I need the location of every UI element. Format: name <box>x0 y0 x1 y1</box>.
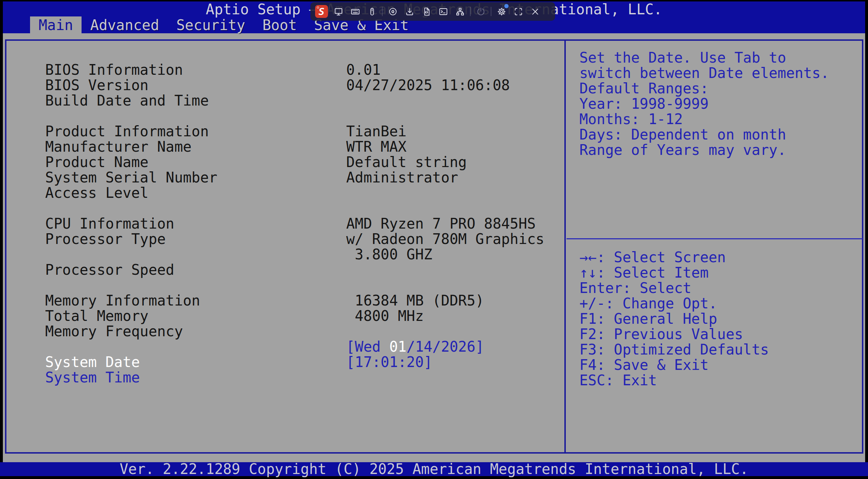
info-row-access-level: Access Level Administrator <box>28 170 557 185</box>
legend-f4-save-exit: F4: Save & Exit <box>579 357 862 373</box>
virtual-media-button[interactable] <box>386 5 399 18</box>
system-date-item[interactable]: System Date [Wed 01/14/2026] <box>28 339 557 355</box>
info-row-bios-version: BIOS Version 0.01 <box>28 62 557 78</box>
info-row-processor-type-cont: w/ Radeon 780M Graphics <box>28 231 557 247</box>
kvm-logo[interactable]: S <box>315 5 328 18</box>
help-text-line: Set the Date. Use Tab to <box>579 50 862 65</box>
legend-esc-exit: ESC: Exit <box>579 373 862 388</box>
terminal-button[interactable] <box>436 5 450 18</box>
info-row-serial-number: System Serial Number Default string <box>28 155 557 170</box>
info-row-processor-type: Processor Type AMD Ryzen 7 PRO 8845HS <box>28 216 557 231</box>
help-text-line: Range of Years may vary. <box>579 142 862 158</box>
legend-select-item: ↑↓: Select Item <box>579 265 862 280</box>
help-text-line: Months: 1-12 <box>579 112 862 127</box>
section-title-memory: Memory Information <box>28 278 557 293</box>
legend-select-screen: →←: Select Screen <box>579 250 862 265</box>
power-button[interactable] <box>474 5 487 18</box>
info-row-build-date: Build Date and Time 04/27/2025 11:06:08 <box>28 78 557 93</box>
date-month-field-selected: 01 <box>389 338 406 355</box>
power-icon <box>476 7 486 16</box>
keyboard-icon <box>350 7 360 16</box>
section-title-product: Product Information <box>28 108 557 124</box>
help-pane-divider <box>564 39 566 454</box>
info-row-memory-frequency: Memory Frequency 4800 MHz <box>28 308 557 324</box>
tab-security[interactable]: Security <box>168 16 254 33</box>
gear-icon <box>497 7 506 16</box>
keyboard-button[interactable] <box>348 5 362 18</box>
file-code-icon <box>422 7 431 16</box>
terminal-icon <box>438 7 448 16</box>
download-icon <box>405 7 415 16</box>
system-time-item[interactable]: System Time [17:01:20] <box>28 355 557 370</box>
download-button[interactable] <box>403 5 416 18</box>
info-row-processor-speed: Processor Speed 3.800 GHZ <box>28 247 557 262</box>
legend-f2-previous-values: F2: Previous Values <box>579 327 862 342</box>
info-row-total-memory: Total Memory 16384 MB (DDR5) <box>28 293 557 308</box>
info-row-manufacturer: Manufacturer Name TianBei <box>28 124 557 139</box>
system-date-value: [Wed 01/14/2026] <box>346 339 484 355</box>
help-text-line: Default Ranges: <box>579 81 862 96</box>
disc-icon <box>388 7 398 16</box>
kvm-toolbar: S <box>310 2 555 21</box>
tab-advanced[interactable]: Advanced <box>82 16 168 33</box>
s-logo-icon: S <box>315 5 328 18</box>
display-icon <box>334 7 343 16</box>
network-button[interactable] <box>453 5 467 18</box>
section-title-bios: BIOS Information <box>28 47 557 62</box>
legend-f1-general-help: F1: General Help <box>579 311 862 327</box>
close-icon <box>530 7 540 16</box>
fullscreen-icon <box>514 7 523 16</box>
display-button[interactable] <box>332 5 345 18</box>
script-file-button[interactable] <box>420 5 433 18</box>
settings-button[interactable] <box>495 5 508 18</box>
network-icon <box>455 7 465 16</box>
help-text-line: Year: 1998-9999 <box>579 96 862 112</box>
legend-change-opt: +/-: Change Opt. <box>579 296 862 311</box>
mouse-button[interactable] <box>365 5 379 18</box>
notification-dot <box>504 4 509 8</box>
toolbar-separator <box>491 7 491 16</box>
section-title-cpu: CPU Information <box>28 201 557 216</box>
legend-f3-optimized: F3: Optimized Defaults <box>579 342 862 357</box>
help-text-line: Days: Dependent on month <box>579 127 862 142</box>
tab-main[interactable]: Main <box>30 16 82 33</box>
info-row-product-name: Product Name WTR MAX <box>28 139 557 155</box>
close-toolbar-button[interactable] <box>528 5 542 18</box>
legend-enter-select: Enter: Select <box>579 280 862 296</box>
version-footer: Ver. 2.22.1289 Copyright (C) 2025 Americ… <box>0 462 868 476</box>
toolbar-separator <box>382 7 383 16</box>
mouse-icon <box>367 7 377 16</box>
legend-divider <box>567 238 863 239</box>
help-text-line: switch between Date elements. <box>579 65 862 81</box>
toolbar-separator <box>470 7 471 16</box>
fullscreen-button[interactable] <box>511 5 525 18</box>
tab-boot[interactable]: Boot <box>254 16 305 33</box>
